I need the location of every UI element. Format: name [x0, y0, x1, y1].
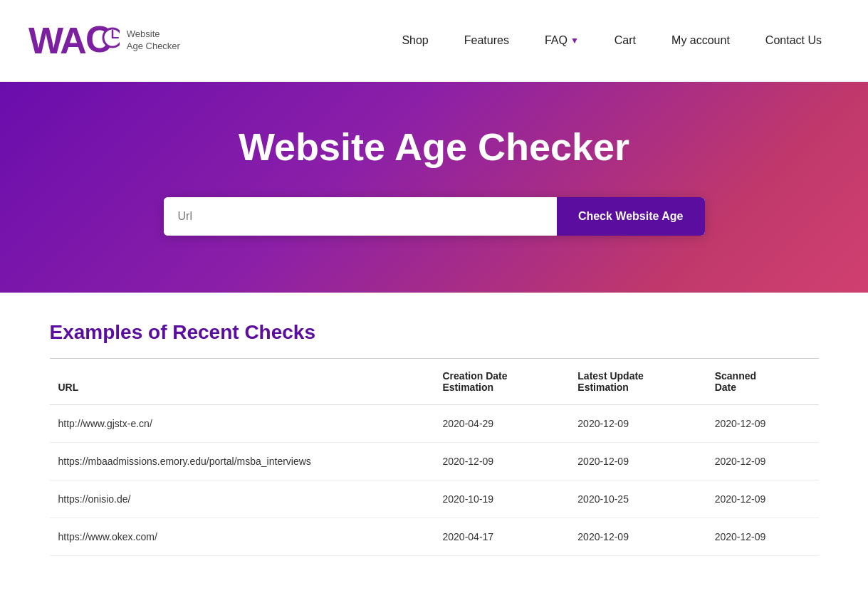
check-website-age-button[interactable]: Check Website Age — [557, 197, 705, 236]
cell-scanned: 2020-12-09 — [706, 443, 819, 481]
cell-latest: 2020-12-09 — [569, 405, 706, 443]
logo-link[interactable]: WA C Website Age Checker — [28, 19, 180, 62]
logo-wa-letters: WA — [28, 22, 85, 59]
hero-search-bar: Check Website Age — [164, 197, 705, 236]
url-link[interactable]: https://www.okex.com/ — [58, 531, 157, 542]
cell-latest: 2020-12-09 — [569, 443, 706, 481]
cell-creation: 2020-12-09 — [434, 443, 570, 481]
hero-section: Website Age Checker Check Website Age — [0, 82, 868, 293]
main-nav: Shop Features FAQ ▼ Cart My account Cont… — [384, 27, 840, 54]
col-header-latest: Latest UpdateEstimation — [569, 359, 706, 405]
col-header-scanned: ScannedDate — [706, 359, 819, 405]
col-header-url: URL — [50, 359, 434, 405]
cell-creation: 2020-04-17 — [434, 518, 570, 556]
cell-url: https://onisio.de/ — [50, 481, 434, 518]
url-link[interactable]: https://mbaadmissions.emory.edu/portal/m… — [58, 456, 311, 467]
cell-scanned: 2020-12-09 — [706, 518, 819, 556]
site-header: WA C Website Age Checker Shop F — [0, 0, 868, 82]
table-header-row: URL Creation DateEstimation Latest Updat… — [50, 359, 819, 405]
nav-item-my-account[interactable]: My account — [654, 27, 748, 54]
faq-dropdown-arrow: ▼ — [570, 36, 579, 46]
logo-clock-icon: C — [85, 19, 120, 56]
main-content: Examples of Recent Checks URL Creation D… — [21, 293, 847, 593]
cell-scanned: 2020-12-09 — [706, 481, 819, 518]
table-row: http://www.gjstx-e.cn/ 2020-04-29 2020-1… — [50, 405, 819, 443]
cell-url: http://www.gjstx-e.cn/ — [50, 405, 434, 443]
logo-c-wrap: C — [85, 19, 120, 62]
cell-latest: 2020-12-09 — [569, 518, 706, 556]
cell-creation: 2020-04-29 — [434, 405, 570, 443]
hero-title: Website Age Checker — [14, 125, 854, 169]
url-link[interactable]: http://www.gjstx-e.cn/ — [58, 418, 152, 429]
cell-latest: 2020-10-25 — [569, 481, 706, 518]
url-input[interactable] — [164, 197, 557, 236]
url-link[interactable]: https://onisio.de/ — [58, 493, 131, 505]
table-row: https://onisio.de/ 2020-10-19 2020-10-25… — [50, 481, 819, 518]
cell-creation: 2020-10-19 — [434, 481, 570, 518]
nav-item-faq[interactable]: FAQ ▼ — [527, 27, 597, 54]
logo-subtitle: Website Age Checker — [127, 28, 180, 53]
cell-url: https://mbaadmissions.emory.edu/portal/m… — [50, 443, 434, 481]
cell-url: https://www.okex.com/ — [50, 518, 434, 556]
table-row: https://mbaadmissions.emory.edu/portal/m… — [50, 443, 819, 481]
cell-scanned: 2020-12-09 — [706, 405, 819, 443]
nav-item-cart[interactable]: Cart — [597, 27, 654, 54]
recent-checks-table: URL Creation DateEstimation Latest Updat… — [50, 359, 819, 556]
nav-item-features[interactable]: Features — [446, 27, 527, 54]
col-header-creation: Creation DateEstimation — [434, 359, 570, 405]
recent-checks-title: Examples of Recent Checks — [50, 321, 819, 344]
nav-item-shop[interactable]: Shop — [384, 27, 446, 54]
nav-item-contact-us[interactable]: Contact Us — [748, 27, 840, 54]
table-row: https://www.okex.com/ 2020-04-17 2020-12… — [50, 518, 819, 556]
logo-wac: WA C — [28, 19, 120, 62]
